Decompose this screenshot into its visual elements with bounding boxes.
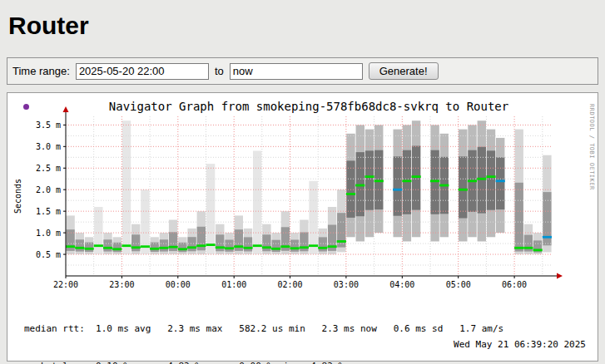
svg-text:02:00: 02:00 — [277, 280, 302, 289]
legend-date: Wed May 21 06:39:20 2025 — [454, 339, 586, 350]
svg-text:05:00: 05:00 — [446, 280, 471, 289]
to-label: to — [215, 65, 224, 77]
svg-text:Seconds: Seconds — [13, 179, 22, 214]
graph-panel: 0.5 m1.0 m1.5 m2.0 m2.5 m3.0 m3.5 m22:00… — [7, 92, 598, 362]
time-range-to-input[interactable] — [230, 63, 363, 80]
svg-text:2.5 m: 2.5 m — [36, 164, 61, 173]
svg-text:23:00: 23:00 — [109, 280, 134, 289]
svg-text:3.5 m: 3.5 m — [36, 121, 61, 130]
generate-button[interactable]: Generate! — [369, 62, 439, 80]
page-title: Router — [8, 12, 605, 39]
svg-text:06:00: 06:00 — [502, 280, 527, 289]
svg-text:00:00: 00:00 — [166, 280, 191, 289]
time-range-form: Time range: to Generate! — [7, 57, 598, 85]
svg-text:04:00: 04:00 — [389, 280, 414, 289]
svg-text:0.5 m: 0.5 m — [36, 250, 61, 259]
svg-text:Navigator Graph from smokeping: Navigator Graph from smokeping-578fb68dc… — [109, 101, 508, 113]
time-range-label: Time range: — [12, 65, 70, 77]
svg-text:22:00: 22:00 — [53, 280, 78, 289]
svg-text:3.0 m: 3.0 m — [36, 142, 61, 151]
svg-text:1.5 m: 1.5 m — [36, 207, 61, 216]
navigator-graph[interactable]: 0.5 m1.0 m1.5 m2.0 m2.5 m3.0 m3.5 m22:00… — [11, 101, 593, 291]
svg-text:03:00: 03:00 — [334, 280, 359, 289]
legend-median-line: median rtt: 1.0 ms avg 2.3 ms max 582.2 … — [24, 322, 503, 335]
svg-text:01:00: 01:00 — [221, 280, 246, 289]
time-range-from-input[interactable] — [76, 63, 209, 80]
legend-loss-line: packet loss: 0.10 % avg 4.82 % max 0.00 … — [24, 360, 503, 364]
svg-text:2.0 m: 2.0 m — [36, 185, 61, 194]
rrdtool-watermark: RRDTOOL / TOBI OETIKER — [588, 104, 595, 190]
svg-text:1.0 m: 1.0 m — [36, 229, 61, 238]
graph-legend: median rtt: 1.0 ms avg 2.3 ms max 582.2 … — [24, 298, 503, 364]
